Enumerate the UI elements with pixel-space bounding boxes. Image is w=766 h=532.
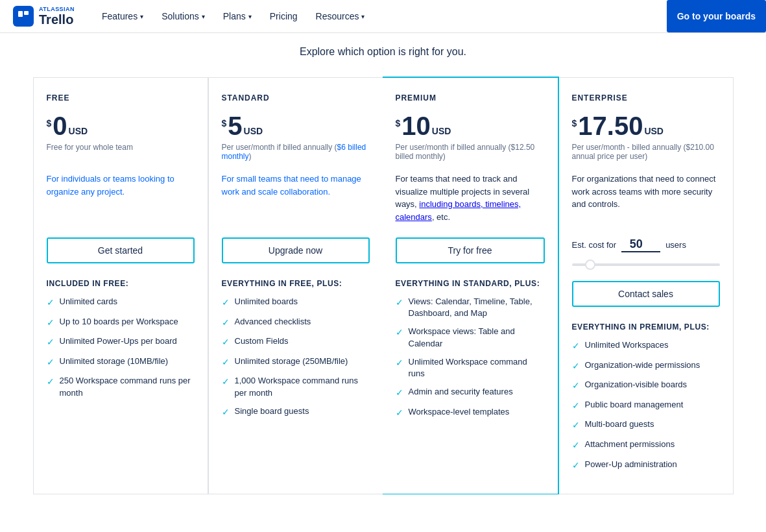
plan-premium-features-header: EVERYTHING IN STANDARD, PLUS: xyxy=(396,279,545,288)
check-icon: ✓ xyxy=(47,376,54,389)
plan-enterprise-note: Per user/month - billed annually ($210.0… xyxy=(572,143,720,162)
list-item: ✓ 250 Workspace command runs per month xyxy=(47,375,195,398)
plan-free-btn[interactable]: Get started xyxy=(47,237,195,263)
check-icon: ✓ xyxy=(572,419,580,432)
plan-free-price: $ 0 USD xyxy=(47,113,195,139)
plan-premium-btn[interactable]: Try for free xyxy=(396,237,545,263)
list-item: ✓ Custom Fields xyxy=(222,335,370,349)
check-icon: ✓ xyxy=(572,400,580,413)
hero-section: Explore which option is right for you. xyxy=(0,33,766,77)
plan-free-note: Free for your whole team xyxy=(47,143,195,162)
chevron-down-icon: ▾ xyxy=(140,13,143,20)
plan-enterprise-btn[interactable]: Contact sales xyxy=(572,281,720,307)
plan-enterprise-price: $ 17.50 USD xyxy=(572,113,720,139)
plan-free-features-header: INCLUDED IN FREE: xyxy=(47,279,195,288)
navbar: ATLASSIAN Trello Features ▾ Solutions ▾ … xyxy=(0,0,766,33)
list-item: ✓ Unlimited Power-Ups per board xyxy=(47,335,195,349)
nav-solutions[interactable]: Solutions ▾ xyxy=(154,7,213,25)
plan-standard-name: STANDARD xyxy=(222,93,370,103)
plan-enterprise-features-header: EVERYTHING IN PREMIUM, PLUS: xyxy=(572,322,720,332)
list-item: ✓ Organization-visible boards xyxy=(572,379,720,393)
check-icon: ✓ xyxy=(396,296,403,309)
list-item: ✓ Unlimited Workspace command runs xyxy=(396,356,545,380)
check-icon: ✓ xyxy=(396,407,403,420)
list-item: ✓ Attachment permissions xyxy=(572,439,720,452)
check-icon: ✓ xyxy=(222,376,230,389)
hero-subtitle: Explore which option is right for you. xyxy=(13,46,753,58)
plan-standard-btn[interactable]: Upgrade now xyxy=(222,237,370,263)
check-icon: ✓ xyxy=(572,340,580,353)
check-icon: ✓ xyxy=(47,296,54,309)
list-item: ✓ Advanced checklists xyxy=(222,316,370,330)
plan-premium-name: PREMIUM xyxy=(396,93,545,103)
pricing-grid: FREE $ 0 USD Free for your whole team Fo… xyxy=(20,77,747,494)
list-item: ✓ Views: Calendar, Timeline, Table, Dash… xyxy=(396,296,545,319)
list-item: ✓ Unlimited storage (250MB/file) xyxy=(222,356,370,369)
plan-free-name: FREE xyxy=(47,93,195,103)
plan-standard: STANDARD $ 5 USD Per user/month if bille… xyxy=(208,77,383,494)
plan-standard-desc: For small teams that need to manage work… xyxy=(222,173,370,224)
check-icon: ✓ xyxy=(222,356,230,369)
plan-premium-note: Per user/month if billed annually ($12.5… xyxy=(396,143,545,162)
list-item: ✓ 1,000 Workspace command runs per month xyxy=(222,375,370,398)
list-item: ✓ Organization-wide permissions xyxy=(572,359,720,373)
list-item: ✓ Up to 10 boards per Workspace xyxy=(47,316,195,330)
list-item: ✓ Single board guests xyxy=(222,405,370,419)
plan-enterprise-desc: For organizations that need to connect w… xyxy=(572,173,720,224)
estimator-users-input[interactable] xyxy=(621,237,660,252)
plan-enterprise-name: ENTERPRISE xyxy=(572,93,720,103)
check-icon: ✓ xyxy=(222,296,230,309)
estimator: Est. cost for users xyxy=(572,237,720,268)
list-item: ✓ Unlimited Workspaces xyxy=(572,339,720,353)
check-icon: ✓ xyxy=(222,336,230,349)
plan-premium: PREMIUM $ 10 USD Per user/month if bille… xyxy=(383,77,559,494)
go-to-boards-button[interactable]: Go to your boards xyxy=(667,0,766,32)
chevron-down-icon: ▾ xyxy=(361,13,365,20)
plan-standard-note: Per user/month if billed annually ($6 bi… xyxy=(222,143,370,162)
nav-plans[interactable]: Plans ▾ xyxy=(215,7,259,25)
svg-rect-1 xyxy=(24,11,29,15)
check-icon: ✓ xyxy=(222,406,230,419)
check-icon: ✓ xyxy=(572,360,580,373)
nav-items: Features ▾ Solutions ▾ Plans ▾ Pricing R… xyxy=(94,7,753,25)
nav-resources[interactable]: Resources ▾ xyxy=(308,7,373,25)
check-icon: ✓ xyxy=(572,380,580,393)
check-icon: ✓ xyxy=(47,356,54,369)
list-item: ✓ Power-Up administration xyxy=(572,459,720,472)
list-item: ✓ Workspace-level templates xyxy=(396,406,545,420)
check-icon: ✓ xyxy=(396,326,403,339)
estimator-label-text: Est. cost for xyxy=(572,240,617,250)
check-icon: ✓ xyxy=(396,387,403,400)
plan-standard-price: $ 5 USD xyxy=(222,113,370,139)
plan-free-desc: For individuals or teams looking to orga… xyxy=(47,173,195,224)
plan-premium-desc: For teams that need to track and visuali… xyxy=(396,173,545,224)
check-icon: ✓ xyxy=(222,317,230,330)
list-item: ✓ Public board management xyxy=(572,399,720,413)
nav-features[interactable]: Features ▾ xyxy=(94,7,151,25)
logo-link[interactable]: ATLASSIAN Trello xyxy=(13,6,75,27)
list-item: ✓ Unlimited storage (10MB/file) xyxy=(47,356,195,369)
list-item: ✓ Workspace views: Table and Calendar xyxy=(396,326,545,349)
logo-name-text: Trello xyxy=(39,12,73,27)
estimator-slider[interactable] xyxy=(572,263,720,266)
check-icon: ✓ xyxy=(572,439,580,452)
logo-icon xyxy=(13,6,34,27)
check-icon: ✓ xyxy=(47,336,54,349)
nav-pricing[interactable]: Pricing xyxy=(262,7,305,25)
check-icon: ✓ xyxy=(47,317,54,330)
plan-premium-price: $ 10 USD xyxy=(396,113,545,139)
check-icon: ✓ xyxy=(396,357,403,370)
plan-free: FREE $ 0 USD Free for your whole team Fo… xyxy=(33,77,208,494)
plan-enterprise: ENTERPRISE $ 17.50 USD Per user/month - … xyxy=(558,77,734,494)
list-item: ✓ Multi-board guests xyxy=(572,418,720,432)
list-item: ✓ Unlimited cards xyxy=(47,296,195,309)
estimator-suffix: users xyxy=(665,240,686,250)
svg-rect-0 xyxy=(18,11,23,17)
chevron-down-icon: ▾ xyxy=(202,13,205,20)
plan-standard-features-header: EVERYTHING IN FREE, PLUS: xyxy=(222,279,370,288)
logo-brand-text: ATLASSIAN xyxy=(39,6,75,12)
chevron-down-icon: ▾ xyxy=(248,13,252,20)
list-item: ✓ Unlimited boards xyxy=(222,296,370,309)
check-icon: ✓ xyxy=(572,459,580,472)
list-item: ✓ Admin and security features xyxy=(396,386,545,400)
